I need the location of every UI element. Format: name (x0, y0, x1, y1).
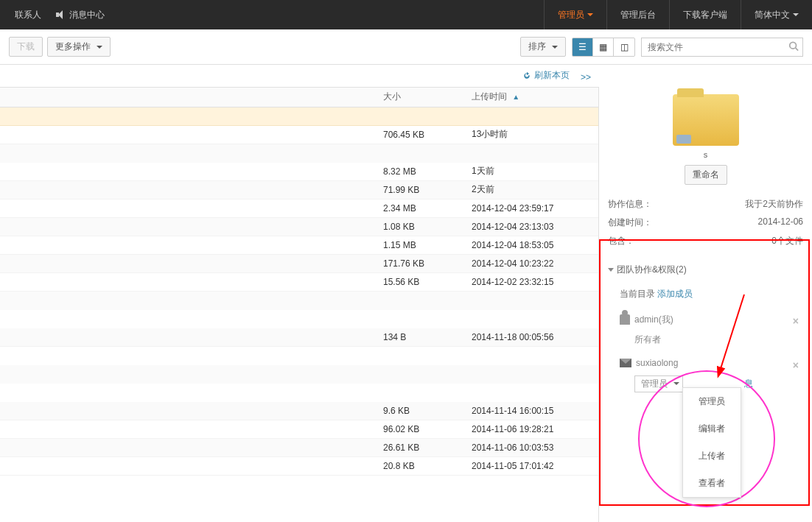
col-time-header[interactable]: 上传时间 ▲ (466, 91, 598, 103)
search-input[interactable] (641, 38, 803, 57)
download-button[interactable]: 下载 (9, 37, 43, 57)
folder-name: s (608, 150, 803, 159)
cell-size: 9.6 KB (377, 406, 466, 416)
cell-size: 96.02 KB (377, 424, 466, 434)
info-created: 创建时间： 2014-12-06 (608, 214, 803, 232)
nav-contacts[interactable]: 联系人 (15, 9, 41, 21)
nav-admin-label: 管理员 (558, 9, 584, 21)
view-switch: ☰ ▦ ◫ (572, 38, 635, 57)
dropdown-item[interactable]: 上传者 (683, 442, 741, 470)
add-member-link[interactable]: 添加成员 (657, 289, 693, 299)
svg-line-1 (796, 48, 799, 51)
top-navbar: 联系人 消息中心 管理员 管理后台 下载客户端 简体中文 (0, 0, 812, 29)
table-row[interactable]: 171.76 KB2014-12-04 10:23:22 (0, 255, 598, 273)
cell-size: 171.76 KB (377, 258, 466, 269)
chevron-down-icon (608, 268, 614, 272)
folder-thumbnail: s (608, 94, 803, 159)
info-contains: 包含： 0个文件 (608, 232, 803, 250)
speaker-icon (56, 10, 65, 19)
remove-member-button[interactable]: × (793, 315, 799, 327)
nav-admin[interactable]: 管理员 (544, 0, 606, 29)
dropdown-item[interactable]: 查看者 (683, 470, 741, 497)
cell-time: 2014-12-02 23:32:15 (466, 277, 598, 287)
table-row[interactable] (0, 347, 598, 365)
detail-link[interactable]: 息 (744, 378, 753, 389)
view-list-button[interactable]: ☰ (573, 38, 593, 56)
cell-time: 2014-12-04 23:59:17 (466, 203, 598, 214)
nav-download-label: 下载客户端 (683, 9, 727, 21)
download-label: 下载 (17, 40, 35, 53)
chevron-down-icon (97, 46, 102, 49)
table-row[interactable] (0, 144, 598, 163)
nav-language-label: 简体中文 (755, 9, 790, 21)
member-name: suxiaolong (636, 358, 678, 368)
nav-backend[interactable]: 管理后台 (606, 0, 669, 29)
cell-size: 706.45 KB (377, 130, 466, 140)
cell-time: 2014-11-06 19:28:21 (466, 424, 598, 434)
team-header-label: 团队协作&权限(2) (617, 264, 687, 276)
cell-size: 71.99 KB (377, 185, 466, 195)
grid-small-icon: ▦ (599, 42, 607, 52)
member-name: admin(我) (634, 314, 673, 326)
user-icon (620, 314, 630, 325)
cell-size: 20.8 KB (377, 461, 466, 471)
table-row[interactable]: 15.56 KB2014-12-02 23:32:15 (0, 273, 598, 292)
dropdown-item[interactable]: 管理员 (683, 388, 741, 415)
more-ops-button[interactable]: 更多操作 (47, 37, 111, 57)
nav-contacts-label: 联系人 (15, 9, 41, 21)
cell-time: 2014-11-14 16:00:15 (466, 406, 598, 416)
table-row[interactable] (0, 292, 598, 310)
cell-time: 13小时前 (466, 128, 598, 141)
role-select[interactable]: 管理员 (634, 375, 683, 392)
current-dir-label: 当前目录 (620, 289, 655, 299)
member-role: 所有者 (634, 334, 803, 346)
collab-value: 我于2天前协作 (745, 198, 803, 211)
remove-member-button[interactable]: × (793, 359, 799, 371)
nav-language[interactable]: 简体中文 (741, 0, 812, 29)
cell-time: 2014-12-04 18:53:05 (466, 240, 598, 250)
cell-time: 2天前 (466, 183, 598, 196)
table-row[interactable] (0, 310, 598, 328)
view-grid-large-button[interactable]: ◫ (614, 38, 634, 56)
refresh-label: 刷新本页 (534, 69, 570, 82)
nav-messages[interactable]: 消息中心 (56, 9, 105, 21)
table-row[interactable] (0, 365, 598, 384)
table-row[interactable]: 134 B2014-11-18 00:05:56 (0, 328, 598, 347)
sort-button[interactable]: 排序 (520, 37, 566, 57)
table-row[interactable]: 96.02 KB2014-11-06 19:28:21 (0, 420, 598, 439)
cell-size: 2.34 MB (377, 203, 466, 214)
more-ops-label: 更多操作 (55, 40, 91, 53)
chevron-down-icon (793, 13, 799, 16)
table-row[interactable] (0, 384, 598, 402)
refresh-link[interactable]: 刷新本页 (522, 69, 570, 82)
cell-size: 1.15 MB (377, 240, 466, 250)
table-body: 706.45 KB13小时前8.32 MB1天前71.99 KB2天前2.34 … (0, 107, 598, 476)
chevron-down-icon (673, 382, 679, 385)
chevron-down-icon (587, 13, 593, 16)
view-grid-small-button[interactable]: ▦ (593, 38, 614, 56)
cell-time: 1天前 (466, 165, 598, 177)
table-row[interactable]: 9.6 KB2014-11-14 16:00:15 (0, 402, 598, 420)
table-row[interactable]: 71.99 KB2天前 (0, 181, 598, 200)
table-row[interactable]: 26.61 KB2014-11-06 10:03:53 (0, 439, 598, 457)
refresh-more-link[interactable]: >> (581, 72, 591, 82)
search-box (641, 38, 803, 57)
table-row[interactable]: 20.8 KB2014-11-05 17:01:42 (0, 457, 598, 476)
table-row[interactable]: 1.15 MB2014-12-04 18:53:05 (0, 236, 598, 255)
table-row[interactable]: 8.32 MB1天前 (0, 163, 598, 181)
nav-backend-label: 管理后台 (620, 9, 656, 21)
nav-download-client[interactable]: 下载客户端 (669, 0, 741, 29)
cell-time: 2014-11-18 00:05:56 (466, 332, 598, 342)
team-header[interactable]: 团队协作&权限(2) (608, 259, 803, 281)
refresh-icon (522, 71, 531, 80)
contains-label: 包含： (608, 235, 634, 247)
table-row[interactable]: 2.34 MB2014-12-04 23:59:17 (0, 200, 598, 218)
table-row[interactable] (0, 107, 598, 126)
rename-button[interactable]: 重命名 (685, 165, 727, 185)
dropdown-item[interactable]: 编辑者 (683, 415, 741, 442)
col-time-label: 上传时间 (472, 91, 507, 102)
table-row[interactable]: 706.45 KB13小时前 (0, 126, 598, 144)
col-size-header[interactable]: 大小 (377, 91, 466, 103)
search-icon[interactable] (788, 40, 799, 53)
table-row[interactable]: 1.08 KB2014-12-04 23:13:03 (0, 218, 598, 236)
